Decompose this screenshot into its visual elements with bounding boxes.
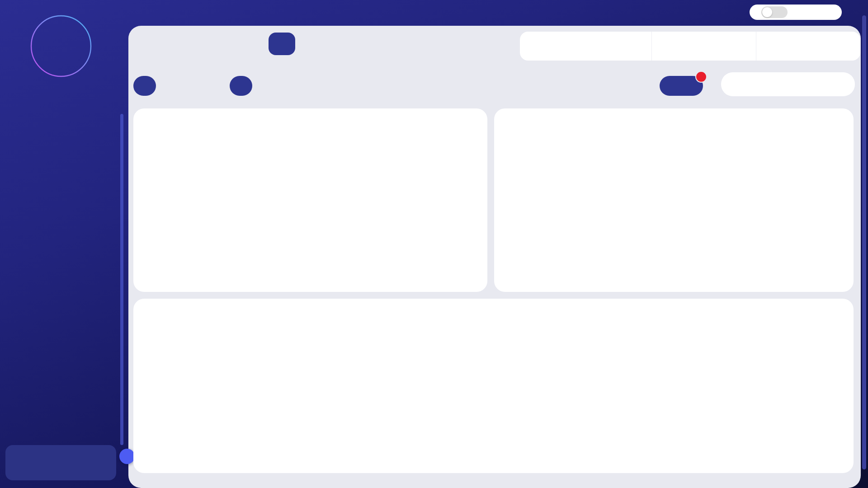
sidebar-scrollbar[interactable]: [120, 114, 123, 445]
chevron-down-icon[interactable]: [842, 42, 851, 51]
alarms-trend-line-card: [133, 108, 487, 292]
code-filter-badge: [695, 71, 707, 83]
calendar-days-icon: [661, 41, 672, 52]
date-controls: [520, 32, 860, 61]
alarms-trend-button[interactable]: [269, 33, 295, 55]
toggle-knob: [762, 7, 772, 17]
asset-calendar-toggle[interactable]: [761, 6, 788, 18]
material-selection-button[interactable]: [133, 76, 156, 96]
logo-text: [30, 15, 92, 77]
sidebar-collapse-button[interactable]: [119, 449, 135, 464]
alarms-count-bar-card: [133, 299, 854, 473]
alarms-count-bar-chart: [133, 299, 854, 473]
device-panel[interactable]: [5, 445, 116, 480]
aggregation-control[interactable]: [756, 32, 860, 61]
clipboard-icon: [765, 41, 776, 52]
asset-calendar-control[interactable]: [750, 5, 842, 20]
gear-icon[interactable]: [847, 6, 860, 19]
interval-control[interactable]: [651, 32, 756, 61]
alarm-table-card: [494, 108, 854, 292]
chevron-down-icon[interactable]: [738, 42, 747, 51]
start-end-control[interactable]: [520, 32, 651, 61]
app-logo: [30, 15, 92, 77]
alarms-trend-line-chart: [133, 136, 487, 271]
production-code-selection-button[interactable]: [230, 76, 252, 96]
page-scrollbar[interactable]: [862, 15, 866, 469]
machine-selection-control[interactable]: [721, 72, 855, 96]
calendar-check-icon: [529, 41, 540, 52]
